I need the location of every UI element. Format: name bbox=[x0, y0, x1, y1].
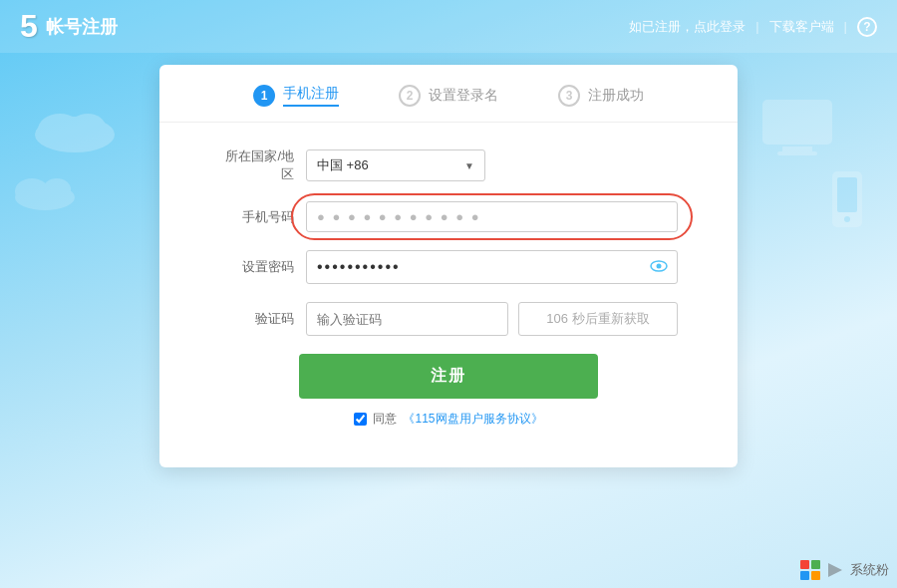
main-card: 1 手机注册 2 设置登录名 3 注册成功 所在国家/地区 中国 +86 ▼ 手… bbox=[159, 65, 738, 467]
country-select[interactable]: 中国 +86 ▼ bbox=[306, 149, 485, 181]
verify-control: 106 秒后重新获取 bbox=[306, 302, 678, 336]
login-link[interactable]: 如已注册，点此登录 bbox=[629, 18, 746, 36]
form-area: 所在国家/地区 中国 +86 ▼ 手机号码 设置密码 bbox=[159, 123, 738, 438]
phone-deco-icon bbox=[827, 169, 867, 229]
step-1-num: 1 bbox=[253, 85, 275, 107]
help-icon[interactable]: ? bbox=[857, 17, 877, 37]
svg-rect-10 bbox=[837, 177, 857, 212]
register-button[interactable]: 注册 bbox=[299, 354, 598, 399]
step-1-label: 手机注册 bbox=[283, 85, 339, 107]
phone-label: 手机号码 bbox=[219, 208, 294, 226]
windows-logo-icon bbox=[800, 560, 820, 580]
logo-number: 5 bbox=[20, 8, 38, 45]
step-2-label: 设置登录名 bbox=[429, 87, 498, 105]
top-links: 如已注册，点此登录 | 下载客户端 | ? bbox=[629, 17, 877, 37]
agreement-checkbox[interactable] bbox=[354, 413, 367, 426]
country-value: 中国 +86 bbox=[317, 156, 369, 174]
resend-verify-button[interactable]: 106 秒后重新获取 bbox=[518, 302, 678, 336]
country-row: 所在国家/地区 中国 +86 ▼ bbox=[219, 147, 678, 183]
password-control bbox=[306, 250, 678, 284]
svg-point-4 bbox=[15, 178, 49, 204]
svg-point-3 bbox=[15, 184, 75, 210]
verify-label: 验证码 bbox=[219, 310, 294, 328]
tv-icon bbox=[757, 95, 837, 159]
agreement-link[interactable]: 《115网盘用户服务协议》 bbox=[403, 411, 542, 428]
watermark-text: 系统粉 bbox=[850, 561, 889, 579]
arrow-icon bbox=[826, 561, 844, 579]
logo-area: 5 帐号注册 bbox=[20, 8, 118, 45]
phone-control bbox=[306, 201, 678, 232]
svg-point-0 bbox=[35, 117, 115, 152]
svg-rect-7 bbox=[782, 147, 812, 151]
agreement-row: 同意 《115网盘用户服务协议》 bbox=[219, 411, 678, 428]
svg-rect-6 bbox=[762, 100, 832, 145]
divider2: | bbox=[844, 19, 847, 34]
svg-rect-9 bbox=[832, 171, 862, 227]
top-bar: 5 帐号注册 如已注册，点此登录 | 下载客户端 | ? bbox=[0, 0, 897, 53]
watermark: 系统粉 bbox=[800, 560, 889, 580]
cloud-icon-left2 bbox=[10, 169, 80, 211]
password-input[interactable] bbox=[306, 250, 678, 284]
step-3-num: 3 bbox=[558, 85, 580, 107]
verify-input[interactable] bbox=[306, 302, 508, 336]
steps-bar: 1 手机注册 2 设置登录名 3 注册成功 bbox=[159, 65, 738, 123]
step-3-label: 注册成功 bbox=[588, 87, 644, 105]
register-row: 注册 bbox=[219, 354, 678, 399]
svg-marker-14 bbox=[828, 563, 842, 577]
svg-point-11 bbox=[844, 216, 850, 222]
svg-rect-8 bbox=[777, 151, 817, 155]
step-1: 1 手机注册 bbox=[253, 85, 339, 107]
verify-row: 验证码 106 秒后重新获取 bbox=[219, 302, 678, 336]
divider: | bbox=[755, 19, 758, 34]
phone-input[interactable] bbox=[306, 201, 678, 232]
verify-wrap: 106 秒后重新获取 bbox=[306, 302, 678, 336]
svg-point-1 bbox=[38, 114, 82, 146]
password-row: 设置密码 bbox=[219, 250, 678, 284]
download-link[interactable]: 下载客户端 bbox=[769, 18, 834, 36]
country-label: 所在国家/地区 bbox=[219, 147, 294, 183]
svg-point-5 bbox=[43, 178, 71, 200]
dropdown-arrow-icon: ▼ bbox=[464, 160, 474, 171]
step-2: 2 设置登录名 bbox=[399, 85, 498, 107]
app-title: 帐号注册 bbox=[46, 15, 118, 39]
svg-point-2 bbox=[70, 114, 106, 142]
svg-point-13 bbox=[657, 264, 662, 269]
step-3: 3 注册成功 bbox=[558, 85, 644, 107]
agreement-prefix: 同意 bbox=[373, 411, 397, 428]
step-2-num: 2 bbox=[399, 85, 421, 107]
eye-icon[interactable] bbox=[650, 258, 668, 276]
cloud-icon-left bbox=[30, 100, 120, 154]
password-label: 设置密码 bbox=[219, 258, 294, 276]
phone-row: 手机号码 bbox=[219, 201, 678, 232]
country-control: 中国 +86 ▼ bbox=[306, 149, 678, 181]
